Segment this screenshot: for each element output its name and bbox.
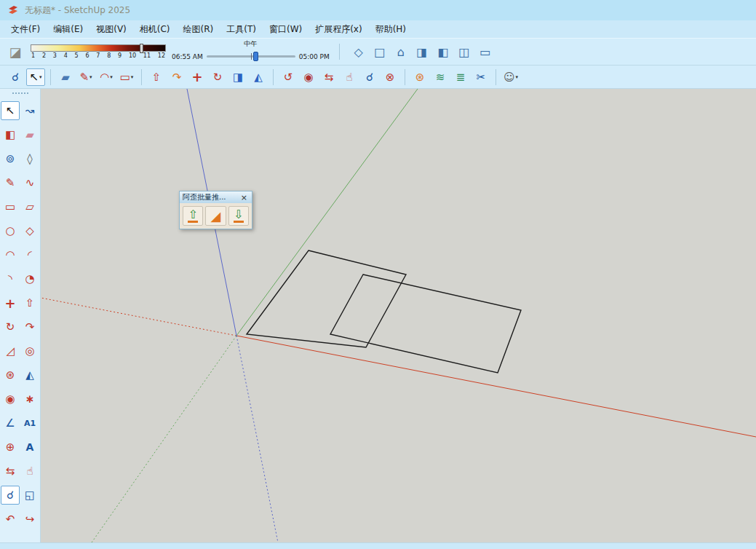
account-button[interactable]: ☺▾ xyxy=(501,68,520,86)
shadow-date-slider[interactable]: 123456789101112 xyxy=(31,44,166,59)
toolbar-grip[interactable] xyxy=(12,92,28,96)
rectangle-tool[interactable]: ▭▾ xyxy=(117,68,136,86)
batch-pushpull-ramp[interactable]: ◢ xyxy=(205,206,226,226)
next-view-tool[interactable]: ↪ xyxy=(20,510,39,529)
menu-file[interactable]: 文件(F) xyxy=(4,21,47,38)
three-point-arc-tool[interactable]: ◝ xyxy=(1,269,20,288)
menu-edit[interactable]: 编辑(E) xyxy=(47,21,89,38)
menu-help[interactable]: 帮助(H) xyxy=(369,21,413,38)
zoom-window-tool[interactable]: ◱ xyxy=(20,486,39,505)
menu-window[interactable]: 窗口(W) xyxy=(263,21,309,38)
eraser-tool[interactable]: ▰ xyxy=(20,125,39,144)
mirror-tool[interactable]: ⇆ xyxy=(319,68,338,86)
magnifier-tool[interactable]: ☌ xyxy=(6,68,25,86)
paint-bucket-tool[interactable]: ◧ xyxy=(1,125,20,144)
select-tool-dropdown-caret[interactable]: ▾ xyxy=(39,74,42,80)
line-tool[interactable]: ✎ xyxy=(1,173,20,192)
move-tool[interactable]: + xyxy=(188,68,207,86)
zoom-tool[interactable]: ☌ xyxy=(1,486,20,505)
rectangle-face-1[interactable] xyxy=(247,250,406,347)
scale-tool[interactable]: ◿ xyxy=(1,341,20,360)
time-slider-thumb[interactable] xyxy=(253,52,258,61)
drawing-canvas[interactable]: 阿歪批量推... × ⇧◢⇩ xyxy=(41,89,756,542)
view-right[interactable]: ◨ xyxy=(413,43,431,60)
solid-pyramid-tool[interactable]: ◭ xyxy=(20,366,39,384)
rotate-tool[interactable]: ↻ xyxy=(208,68,227,86)
push-pull-tool-icon: ⇧ xyxy=(152,71,162,84)
rotate-tool[interactable]: ↻ xyxy=(1,317,20,336)
grab-hand-tool[interactable]: ☝ xyxy=(20,462,39,481)
plugin-gear[interactable]: ⊛ xyxy=(410,68,429,86)
stamp-tool[interactable]: ◊ xyxy=(20,149,39,168)
push-pull-tool[interactable]: ⇧ xyxy=(147,68,166,86)
follow-me-tool[interactable]: ↷ xyxy=(20,317,39,336)
rectangle-face-2[interactable] xyxy=(330,274,521,373)
push-pull-tool[interactable]: ⇧ xyxy=(20,293,39,312)
plugin-waves[interactable]: ≋ xyxy=(431,68,450,86)
flip-tool[interactable]: ⇆ xyxy=(1,462,20,481)
protractor-tool[interactable]: ∠ xyxy=(1,414,20,433)
move-tool[interactable]: + xyxy=(1,293,20,312)
rectangle-tool-dropdown-caret[interactable]: ▾ xyxy=(131,74,134,80)
select-tool[interactable]: ↖ xyxy=(1,101,20,120)
plugin-scissors[interactable]: ✂ xyxy=(471,68,490,86)
batch-pushpull-toolbar[interactable]: 阿歪批量推... × ⇧◢⇩ xyxy=(179,191,252,229)
look-around-tool[interactable]: ◉ xyxy=(299,68,318,86)
solid-pyramid-tool[interactable]: ◭ xyxy=(249,68,268,86)
pie-tool[interactable]: ◔ xyxy=(20,269,39,288)
circle-tool[interactable]: ○ xyxy=(1,221,20,240)
look-around-tool[interactable]: ◉ xyxy=(1,390,20,408)
shadow-toggle-button[interactable]: ◪ xyxy=(6,43,25,60)
rotate-tool-icon: ↻ xyxy=(6,320,15,333)
view-top[interactable]: □ xyxy=(370,43,389,60)
orbit-tool[interactable]: ↺ xyxy=(279,68,298,86)
make-component-tool[interactable]: ⊚ xyxy=(1,149,20,168)
menu-tools[interactable]: 工具(T) xyxy=(220,21,263,38)
previous-view-tool[interactable]: ↶ xyxy=(1,510,20,529)
close-icon[interactable]: × xyxy=(239,193,249,202)
view-back[interactable]: ◧ xyxy=(434,43,453,60)
line-tool[interactable]: ✎▾ xyxy=(76,68,95,86)
rotated-rectangle-tool[interactable]: ▱ xyxy=(20,197,39,216)
batch-pushpull-titlebar[interactable]: 阿歪批量推... × xyxy=(180,191,252,203)
3d-viewport[interactable] xyxy=(41,89,756,542)
snap-tool[interactable]: ∗ xyxy=(20,390,39,408)
pan-tool[interactable]: ☝ xyxy=(340,68,359,86)
weld-tool[interactable]: ⊛ xyxy=(1,366,20,384)
zoom-tool[interactable]: ☌ xyxy=(360,68,379,86)
lasso-select-tool[interactable]: ↝ xyxy=(20,101,39,120)
select-tool[interactable]: ↖▾ xyxy=(26,68,45,86)
plugin-layers[interactable]: ≣ xyxy=(451,68,470,86)
zoom-extents-tool[interactable]: ⊗ xyxy=(381,68,399,86)
view-iso[interactable]: ◇ xyxy=(349,43,368,60)
rectangle-tool[interactable]: ▭ xyxy=(1,197,20,216)
menu-extensions[interactable]: 扩展程序(x) xyxy=(309,21,368,38)
line-tool-dropdown-caret[interactable]: ▾ xyxy=(89,74,92,80)
menu-camera[interactable]: 相机(C) xyxy=(133,21,177,38)
view-front[interactable]: ⌂ xyxy=(391,43,410,60)
axes-tool[interactable]: ⊕ xyxy=(1,438,20,457)
shadow-time-slider[interactable] xyxy=(207,55,295,58)
freehand-tool[interactable]: ∿ xyxy=(20,173,39,192)
3d-text-tool[interactable]: A xyxy=(20,438,39,457)
flip-tool-icon: ◨ xyxy=(233,71,243,84)
text-label-tool[interactable]: A1 xyxy=(20,414,39,433)
batch-pushpull-down[interactable]: ⇩ xyxy=(228,206,249,226)
eraser-tool[interactable]: ▰ xyxy=(56,68,75,86)
view-left[interactable]: ◫ xyxy=(455,43,474,60)
arc-tool[interactable]: ◠▾ xyxy=(97,68,116,86)
menu-view[interactable]: 视图(V) xyxy=(89,21,133,38)
date-slider-thumb[interactable] xyxy=(140,44,143,53)
menu-draw[interactable]: 绘图(R) xyxy=(177,21,220,38)
offset-tool[interactable]: ◎ xyxy=(20,341,39,360)
follow-me-tool[interactable]: ↷ xyxy=(167,68,186,86)
two-point-arc-tool[interactable]: ◜ xyxy=(20,245,39,264)
date-gradient-bar[interactable] xyxy=(31,44,166,52)
view-2d[interactable]: ▭ xyxy=(476,43,495,60)
arc-tool-dropdown-caret[interactable]: ▾ xyxy=(110,74,113,80)
batch-pushpull-up[interactable]: ⇧ xyxy=(183,206,203,226)
account-button-dropdown-caret[interactable]: ▾ xyxy=(516,74,519,80)
arc-tool[interactable]: ◠ xyxy=(1,245,20,264)
polygon-tool[interactable]: ◇ xyxy=(20,221,39,240)
flip-tool[interactable]: ◨ xyxy=(228,68,247,86)
